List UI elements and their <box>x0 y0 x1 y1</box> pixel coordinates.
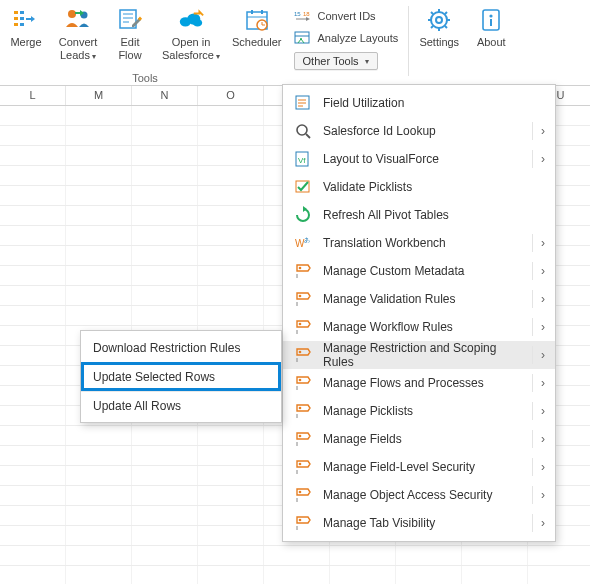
cell[interactable] <box>264 566 330 584</box>
cell[interactable] <box>198 466 264 485</box>
menu-item[interactable]: Manage Validation Rules› <box>283 285 555 313</box>
cell[interactable] <box>198 306 264 325</box>
cell[interactable] <box>0 246 66 265</box>
menu-item[interactable]: Manage Restriction and Scoping Rules› <box>283 341 555 369</box>
cell[interactable] <box>198 486 264 505</box>
cell[interactable] <box>66 566 132 584</box>
cell[interactable] <box>132 466 198 485</box>
submenu-item[interactable]: Update Selected Rows <box>81 362 281 391</box>
scheduler-button[interactable]: Scheduler <box>226 4 288 51</box>
cell[interactable] <box>66 206 132 225</box>
cell[interactable] <box>198 446 264 465</box>
cell[interactable] <box>462 546 528 565</box>
cell[interactable] <box>198 526 264 545</box>
menu-item[interactable]: Manage Tab Visibility› <box>283 509 555 537</box>
cell[interactable] <box>198 266 264 285</box>
menu-item[interactable]: Manage Workflow Rules› <box>283 313 555 341</box>
cell[interactable] <box>396 566 462 584</box>
cell[interactable] <box>0 326 66 345</box>
cell[interactable] <box>66 466 132 485</box>
cell[interactable] <box>0 186 66 205</box>
cell[interactable] <box>198 126 264 145</box>
cell[interactable] <box>198 226 264 245</box>
cell[interactable] <box>0 226 66 245</box>
cell[interactable] <box>132 286 198 305</box>
cell[interactable] <box>0 386 66 405</box>
cell[interactable] <box>462 566 528 584</box>
cell[interactable] <box>132 226 198 245</box>
convert-ids-button[interactable]: 1518 Convert IDs <box>292 6 401 26</box>
cell[interactable] <box>132 166 198 185</box>
cell[interactable] <box>66 306 132 325</box>
edit-flow-button[interactable]: EditFlow <box>104 4 156 64</box>
cell[interactable] <box>132 246 198 265</box>
menu-item[interactable]: Validate Picklists <box>283 173 555 201</box>
menu-item[interactable]: Manage Fields› <box>283 425 555 453</box>
cell[interactable] <box>66 446 132 465</box>
other-tools-button[interactable]: Other Tools ▾ <box>294 52 378 70</box>
cell[interactable] <box>0 466 66 485</box>
cell[interactable] <box>0 106 66 125</box>
cell[interactable] <box>132 486 198 505</box>
cell[interactable] <box>132 206 198 225</box>
merge-button[interactable]: Merge <box>0 4 52 51</box>
cell[interactable] <box>198 286 264 305</box>
cell[interactable] <box>66 286 132 305</box>
cell[interactable] <box>0 206 66 225</box>
menu-item[interactable]: Manage Flows and Processes› <box>283 369 555 397</box>
open-in-salesforce-button[interactable]: Open inSalesforce▾ <box>156 4 226 65</box>
cell[interactable] <box>132 186 198 205</box>
cell[interactable] <box>0 486 66 505</box>
cell[interactable] <box>66 166 132 185</box>
cell[interactable] <box>0 126 66 145</box>
cell[interactable] <box>198 426 264 445</box>
cell[interactable] <box>0 426 66 445</box>
cell[interactable] <box>0 506 66 525</box>
cell[interactable] <box>198 166 264 185</box>
settings-button[interactable]: Settings <box>413 4 465 51</box>
cell[interactable] <box>330 566 396 584</box>
cell[interactable] <box>66 186 132 205</box>
menu-item[interactable]: VfLayout to VisualForce› <box>283 145 555 173</box>
cell[interactable] <box>66 146 132 165</box>
menu-item[interactable]: Manage Field-Level Security› <box>283 453 555 481</box>
menu-item[interactable]: Manage Picklists› <box>283 397 555 425</box>
cell[interactable] <box>528 546 590 565</box>
cell[interactable] <box>132 506 198 525</box>
cell[interactable] <box>66 106 132 125</box>
cell[interactable] <box>0 306 66 325</box>
cell[interactable] <box>0 166 66 185</box>
cell[interactable] <box>132 146 198 165</box>
menu-item[interactable]: Manage Object Access Security› <box>283 481 555 509</box>
cell[interactable] <box>0 366 66 385</box>
menu-item[interactable]: Salesforce Id Lookup› <box>283 117 555 145</box>
cell[interactable] <box>198 186 264 205</box>
cell[interactable] <box>66 126 132 145</box>
submenu-item[interactable]: Download Restriction Rules <box>81 333 281 362</box>
analyze-layouts-button[interactable]: Analyze Layouts <box>292 28 401 48</box>
cell[interactable] <box>66 246 132 265</box>
cell[interactable] <box>132 126 198 145</box>
cell[interactable] <box>66 546 132 565</box>
cell[interactable] <box>198 546 264 565</box>
about-button[interactable]: About <box>465 4 517 51</box>
cell[interactable] <box>330 546 396 565</box>
cell[interactable] <box>198 506 264 525</box>
cell[interactable] <box>132 266 198 285</box>
cell[interactable] <box>0 266 66 285</box>
menu-item[interactable]: Refresh All Pivot Tables <box>283 201 555 229</box>
cell[interactable] <box>0 526 66 545</box>
cell[interactable] <box>396 546 462 565</box>
cell[interactable] <box>66 486 132 505</box>
cell[interactable] <box>132 546 198 565</box>
column-header[interactable]: M <box>66 86 132 105</box>
submenu-item[interactable]: Update All Rows <box>81 391 281 420</box>
cell[interactable] <box>0 286 66 305</box>
menu-item[interactable]: WあTranslation Workbench› <box>283 229 555 257</box>
cell[interactable] <box>198 146 264 165</box>
cell[interactable] <box>528 566 590 584</box>
cell[interactable] <box>66 506 132 525</box>
cell[interactable] <box>198 106 264 125</box>
cell[interactable] <box>0 146 66 165</box>
cell[interactable] <box>264 546 330 565</box>
